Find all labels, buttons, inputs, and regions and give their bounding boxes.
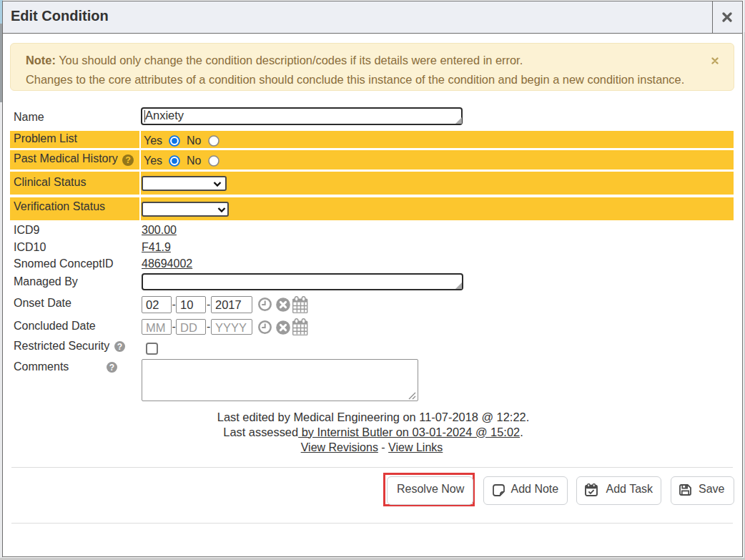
- svg-text:?: ?: [125, 155, 131, 165]
- svg-text:?: ?: [117, 342, 122, 352]
- svg-text:?: ?: [109, 363, 114, 373]
